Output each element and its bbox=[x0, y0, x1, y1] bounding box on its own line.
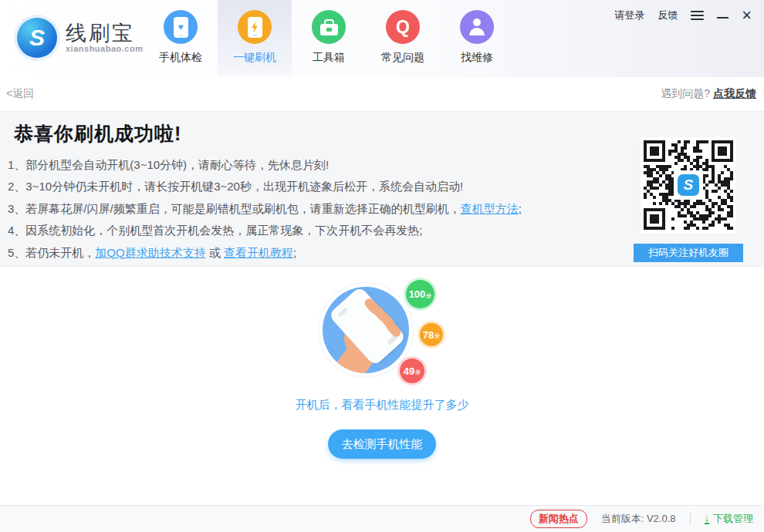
issue-text: 遇到问题? bbox=[661, 87, 713, 99]
subheader: <返回 遇到问题? 点我反馈 bbox=[0, 77, 764, 111]
nav-item-phone-checkup[interactable]: ♥ 手机体检 bbox=[144, 0, 218, 77]
issue-prompt: 遇到问题? 点我反馈 bbox=[661, 87, 756, 101]
nav-label: 找维修 bbox=[461, 51, 493, 65]
nav-label: 一键刷机 bbox=[233, 51, 276, 65]
qr-caption-banner[interactable]: 扫码关注好机友圈 bbox=[634, 244, 743, 262]
news-hotspot-button[interactable]: 新闻热点 bbox=[530, 510, 587, 528]
nav-label: 工具箱 bbox=[313, 51, 345, 65]
score-badge-78: 78分 bbox=[420, 323, 443, 346]
download-icon: ↓ bbox=[705, 513, 710, 524]
instruction-text: ; bbox=[293, 246, 296, 259]
phone-checkup-icon: ♥ bbox=[164, 10, 198, 44]
brand-name: 线刷宝 bbox=[66, 22, 143, 44]
issue-feedback-link[interactable]: 点我反馈 bbox=[713, 87, 756, 99]
check-performance-button[interactable]: 去检测手机性能 bbox=[328, 429, 436, 459]
instruction-text: 3、若屏幕花屏/闪屏/频繁重启，可能是刷错机型或刷机包，请重新选择正确的机型刷机… bbox=[8, 202, 461, 215]
instruction-link[interactable]: 加QQ群求助技术支持 bbox=[95, 246, 205, 259]
phone-in-hand-illustration: 100分 78分 49分 bbox=[318, 282, 449, 390]
version-label: 当前版本: V2.0.8 bbox=[601, 512, 676, 526]
app-logo: S 线刷宝 xianshuabao.com bbox=[17, 18, 143, 58]
instruction-link[interactable]: 查机型方法 bbox=[461, 202, 519, 215]
qr-section: 扫码关注好机友圈 bbox=[634, 137, 743, 262]
header: S 线刷宝 xianshuabao.com ♥ 手机体检 一键刷机 bbox=[0, 0, 764, 77]
instruction-text: 5、若仍未开机， bbox=[8, 246, 95, 259]
instruction-text: 4、因系统初始化，个别机型首次开机会发热，属正常现象，下次开机不会再发热; bbox=[8, 224, 423, 237]
nav-item-toolbox[interactable]: 工具箱 bbox=[292, 0, 366, 77]
instruction-text: 1、部分机型会自动开机(3~10分钟)，请耐心等待，先休息片刻! bbox=[8, 158, 329, 171]
instruction-step: 1、部分机型会自动开机(3~10分钟)，请耐心等待，先休息片刻! bbox=[8, 154, 522, 176]
instruction-steps: 1、部分机型会自动开机(3~10分钟)，请耐心等待，先休息片刻!2、3~10分钟… bbox=[8, 154, 522, 264]
qr-code bbox=[641, 137, 736, 233]
main-nav: ♥ 手机体检 一键刷机 工具箱 Q 常见问题 bbox=[144, 0, 514, 77]
feedback-link[interactable]: 反馈 bbox=[658, 8, 678, 22]
result-title: 恭喜你刷机成功啦! bbox=[14, 121, 181, 146]
app-window: S 线刷宝 xianshuabao.com ♥ 手机体检 一键刷机 bbox=[0, 0, 764, 532]
score-badge-100: 100分 bbox=[406, 280, 434, 308]
close-icon[interactable]: × bbox=[742, 10, 752, 21]
nav-item-repair[interactable]: 找维修 bbox=[440, 0, 514, 77]
question-icon: Q bbox=[386, 10, 420, 44]
performance-caption: 开机后，看看手机性能提升了多少 bbox=[0, 398, 764, 412]
brand-domain: xianshuabao.com bbox=[66, 44, 143, 53]
login-link[interactable]: 请登录 bbox=[614, 8, 644, 22]
nav-item-faq[interactable]: Q 常见问题 bbox=[366, 0, 440, 77]
instruction-step: 3、若屏幕花屏/闪屏/频繁重启，可能是刷错机型或刷机包，请重新选择正确的机型刷机… bbox=[8, 198, 522, 220]
heart-icon: ♥ bbox=[177, 22, 183, 32]
result-panel: 恭喜你刷机成功啦! 1、部分机型会自动开机(3~10分钟)，请耐心等待，先休息片… bbox=[0, 111, 764, 267]
titlebar: 请登录 反馈 × bbox=[614, 7, 752, 24]
footer-divider bbox=[690, 513, 691, 525]
download-manager-link[interactable]: ↓ 下载管理 bbox=[705, 512, 754, 526]
score-badge-49: 49分 bbox=[400, 359, 424, 383]
back-link[interactable]: <返回 bbox=[6, 87, 34, 101]
illustration-circle bbox=[323, 287, 409, 373]
lightning-icon bbox=[251, 22, 259, 33]
toolbox-icon bbox=[312, 10, 346, 44]
instruction-text: 或 bbox=[206, 246, 224, 259]
download-label: 下载管理 bbox=[713, 512, 753, 526]
footer: 新闻热点 当前版本: V2.0.8 ↓ 下载管理 bbox=[0, 505, 764, 532]
minimize-icon[interactable] bbox=[717, 17, 729, 19]
instruction-link[interactable]: 查看开机教程 bbox=[224, 246, 293, 259]
nav-item-one-key-flash[interactable]: 一键刷机 bbox=[218, 0, 292, 77]
instruction-step: 2、3~10分钟仍未开机时，请长按开机键3~20秒，出现开机迹象后松开，系统会自… bbox=[8, 176, 522, 197]
flash-phone-icon bbox=[238, 10, 272, 44]
main-area: 100分 78分 49分 开机后，看看手机性能提升了多少 去检测手机性能 bbox=[0, 267, 764, 505]
nav-label: 手机体检 bbox=[159, 51, 202, 65]
instruction-text: 2、3~10分钟仍未开机时，请长按开机键3~20秒，出现开机迹象后松开，系统会自… bbox=[8, 180, 463, 193]
repairman-icon bbox=[460, 10, 494, 44]
instruction-text: ; bbox=[519, 202, 522, 215]
nav-label: 常见问题 bbox=[381, 51, 424, 65]
instruction-step: 5、若仍未开机，加QQ群求助技术支持 或 查看开机教程; bbox=[8, 242, 522, 264]
brand-logo-icon: S bbox=[17, 18, 57, 58]
instruction-step: 4、因系统初始化，个别机型首次开机会发热，属正常现象，下次开机不会再发热; bbox=[8, 220, 522, 241]
menu-icon[interactable] bbox=[691, 7, 704, 24]
